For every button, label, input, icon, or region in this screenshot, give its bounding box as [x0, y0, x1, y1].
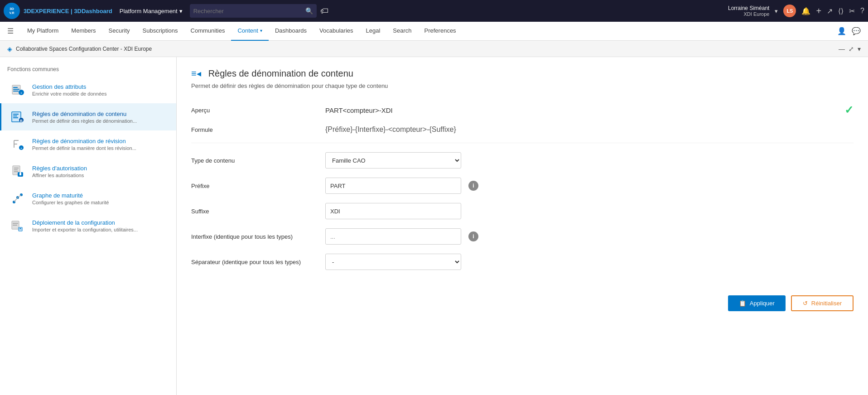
page-title: Règles de dénomination de contenu: [208, 68, 353, 79]
nav-item-subscriptions[interactable]: Subscriptions: [136, 22, 184, 41]
denomination-revision-icon: +: [9, 135, 27, 153]
svg-rect-1: [13, 87, 18, 88]
sidebar-item-title: Graphe de maturité: [32, 192, 169, 199]
sidebar-item-desc: Affiner les autorisations: [32, 173, 169, 178]
search-icon: 🔍: [305, 7, 313, 14]
scissors-icon[interactable]: ✂: [849, 7, 855, 15]
svg-line-28: [18, 195, 21, 198]
messages-icon[interactable]: 💬: [852, 27, 861, 35]
nav-item-preferences[interactable]: Preferences: [418, 22, 463, 41]
formule-row: Formule {Préfixe}-{Interfixe}-<compteur>…: [191, 125, 854, 134]
divider: [191, 143, 854, 143]
interfixe-label: Interfixe (identique pour tous les types…: [191, 233, 318, 240]
tag-icon[interactable]: 🏷: [320, 6, 328, 16]
topbar-right: Lorraine Siméant XDI Europe ▾ LS 🔔 + ↗ ⟨…: [728, 5, 864, 17]
reset-button[interactable]: ↺ Réinitialiser: [791, 295, 854, 311]
main-layout: Fonctions communes + Gestion des attribu…: [0, 57, 868, 395]
svg-text:+: +: [20, 146, 23, 150]
svg-rect-8: [13, 116, 17, 116]
separateur-row: Séparateur (identique pour tous les type…: [191, 254, 854, 270]
prefixe-row: Préfixe i: [191, 178, 854, 194]
suffixe-row: Suffixe: [191, 203, 854, 219]
deploiement-icon: [9, 217, 27, 235]
add-icon[interactable]: +: [816, 6, 821, 16]
navbar: ☰ My Platform Members Security Subscript…: [0, 22, 868, 41]
sidebar-item-title: Gestion des attributs: [32, 83, 169, 90]
minimize-icon[interactable]: —: [839, 45, 845, 53]
app-logo: 3D V.R: [4, 3, 20, 19]
sidebar-item-desc: Permet de définir des règles de dénomina…: [32, 118, 169, 124]
app-brand: 3DEXPERIENCE | 3DDashboard: [24, 8, 112, 14]
nav-item-vocabularies[interactable]: Vocabularies: [313, 22, 359, 41]
nav-item-security[interactable]: Security: [102, 22, 136, 41]
nav-item-dashboards[interactable]: Dashboards: [269, 22, 313, 41]
interfixe-info-icon[interactable]: i: [468, 231, 478, 241]
help-icon[interactable]: ?: [860, 7, 864, 15]
svg-rect-23: [19, 173, 21, 175]
page-subtitle: Permet de définir des règles de dénomina…: [191, 82, 854, 89]
separateur-label: Séparateur (identique pour tous les type…: [191, 259, 318, 265]
svg-text:B: B: [20, 119, 23, 123]
share-icon[interactable]: ↗: [827, 7, 833, 15]
nav-item-my-platform[interactable]: My Platform: [21, 22, 65, 41]
sidebar-item-deploiement-configuration[interactable]: Déploiement de la configuration Importer…: [0, 212, 176, 239]
sidebar-item-title: Règles de dénomination de révision: [32, 138, 169, 145]
search-input[interactable]: [193, 8, 305, 14]
svg-rect-31: [13, 225, 17, 226]
user-search-icon[interactable]: 👤: [837, 27, 846, 35]
sidebar-item-title: Déploiement de la configuration: [32, 219, 169, 226]
graphe-maturite-icon: [9, 189, 27, 207]
type-contenu-row: Type de contenu Famille CAO Document Des…: [191, 152, 854, 169]
sidebar: Fonctions communes + Gestion des attribu…: [0, 57, 177, 395]
svg-rect-30: [13, 223, 18, 224]
svg-rect-2: [13, 89, 19, 90]
sidebar-item-gestion-attributs[interactable]: + Gestion des attributs Enrichir votre m…: [0, 76, 176, 103]
platform-selector[interactable]: Platform Management ▾: [116, 6, 186, 16]
navbar-right: 👤 💬: [837, 27, 861, 35]
nav-item-legal[interactable]: Legal: [360, 22, 387, 41]
logo-circle: 3D V.R: [4, 3, 20, 19]
nav-item-content[interactable]: Content ▾: [231, 22, 269, 41]
nav-item-members[interactable]: Members: [65, 22, 102, 41]
collaborate-icon[interactable]: ⟨⟩: [838, 7, 844, 15]
svg-rect-7: [13, 114, 19, 115]
suffixe-input[interactable]: [325, 203, 461, 219]
separateur-select[interactable]: - _ . /: [325, 254, 461, 270]
chevron-down-icon: ▾: [179, 8, 183, 14]
breadcrumb: Collaborative Spaces Configuration Cente…: [16, 46, 152, 52]
sidebar-item-title: Règles de dénomination de contenu: [32, 111, 169, 117]
apercu-label: Aperçu: [191, 107, 318, 114]
svg-text:+: +: [20, 91, 23, 95]
formule-value: {Préfixe}-{Interfixe}-<compteur>-{Suffix…: [325, 125, 456, 133]
interfixe-input[interactable]: [325, 228, 461, 245]
prefixe-label: Préfixe: [191, 183, 318, 189]
notification-icon[interactable]: 🔔: [801, 7, 810, 15]
hamburger-menu[interactable]: ☰: [7, 27, 14, 35]
nav-item-communities[interactable]: Communities: [184, 22, 231, 41]
back-button[interactable]: ≡◂: [191, 68, 201, 79]
sidebar-item-regles-denomination-contenu[interactable]: B Règles de dénomination de contenu Perm…: [0, 103, 176, 130]
avatar[interactable]: LS: [783, 5, 796, 17]
reset-icon: ↺: [803, 300, 808, 307]
topbar: 3D V.R 3DEXPERIENCE | 3DDashboard Platfo…: [0, 0, 868, 22]
apply-button[interactable]: 📋 Appliquer: [728, 295, 786, 311]
nav-item-search[interactable]: Search: [386, 22, 418, 41]
type-contenu-select[interactable]: Famille CAO Document Dessin: [325, 152, 461, 169]
sidebar-item-regles-autorisation[interactable]: Règles d'autorisation Affiner les autori…: [0, 158, 176, 185]
expand-icon[interactable]: ▾: [858, 45, 861, 53]
formule-label: Formule: [191, 126, 318, 133]
breadcrumb-bar: ◈ Collaborative Spaces Configuration Cen…: [0, 41, 868, 57]
sidebar-item-desc: Permet de définir la manière dont les ré…: [32, 145, 169, 151]
sidebar-item-desc: Importer et exporter la configuration, u…: [32, 227, 169, 232]
denomination-contenu-icon: B: [9, 108, 27, 126]
chevron-down-icon[interactable]: ▾: [775, 8, 778, 14]
sidebar-item-graphe-maturite[interactable]: Graphe de maturité Configurer les graphe…: [0, 185, 176, 212]
autorisation-icon: [9, 162, 27, 180]
maximize-icon[interactable]: ⤢: [849, 45, 854, 53]
search-box[interactable]: 🔍: [190, 4, 317, 18]
prefixe-info-icon[interactable]: i: [468, 181, 478, 191]
sidebar-item-regles-denomination-revision[interactable]: + Règles de dénomination de révision Per…: [0, 130, 176, 158]
sidebar-section-title: Fonctions communes: [0, 61, 176, 76]
content-header: ≡◂ Règles de dénomination de contenu: [191, 68, 854, 79]
prefixe-input[interactable]: [325, 178, 461, 194]
